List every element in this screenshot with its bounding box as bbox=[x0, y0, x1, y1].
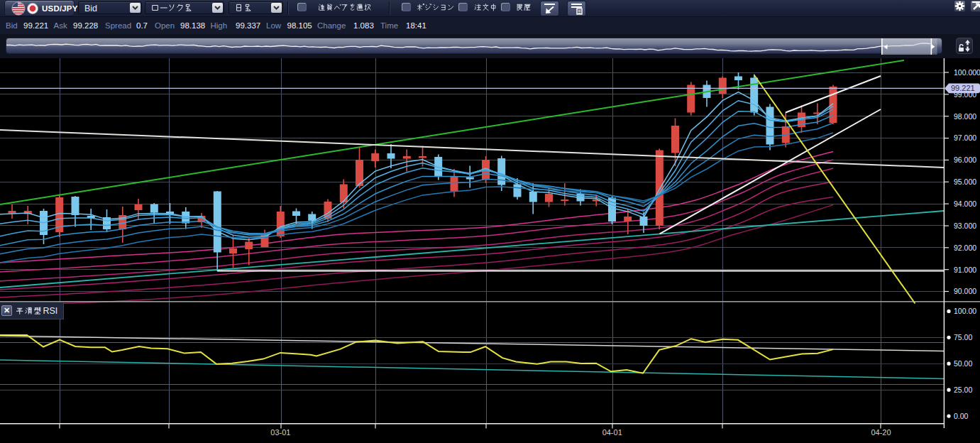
svg-text:100.000: 100.000 bbox=[954, 68, 980, 77]
svg-text:94.000: 94.000 bbox=[954, 199, 976, 208]
svg-text:04-01: 04-01 bbox=[602, 428, 622, 437]
svg-text:0.00: 0.00 bbox=[954, 412, 969, 420]
svg-text:93.000: 93.000 bbox=[954, 222, 976, 230]
svg-text:25.00: 25.00 bbox=[954, 385, 972, 394]
svg-text:99.221: 99.221 bbox=[951, 84, 975, 92]
svg-text:03-01: 03-01 bbox=[270, 428, 290, 437]
svg-text:04-20: 04-20 bbox=[871, 428, 891, 437]
svg-text:98.000: 98.000 bbox=[954, 112, 976, 121]
svg-text:100.00: 100.00 bbox=[954, 307, 976, 315]
svg-text:50.00: 50.00 bbox=[954, 359, 972, 368]
svg-text:97.000: 97.000 bbox=[954, 133, 976, 142]
svg-text:91.000: 91.000 bbox=[954, 266, 976, 274]
svg-text:95.000: 95.000 bbox=[954, 177, 976, 186]
svg-text:92.000: 92.000 bbox=[954, 244, 976, 252]
svg-text:75.00: 75.00 bbox=[954, 333, 972, 341]
svg-text:90.000: 90.000 bbox=[954, 287, 976, 295]
svg-text:96.000: 96.000 bbox=[954, 155, 976, 164]
